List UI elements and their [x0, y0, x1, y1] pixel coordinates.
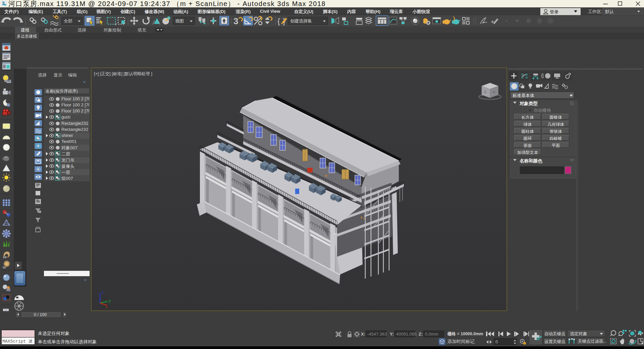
svg-text:HF: HF: [3, 256, 7, 259]
svg-text:0x: 0x: [3, 266, 6, 269]
svg-text:z: z: [101, 290, 104, 295]
svg-text:右: 右: [493, 90, 495, 94]
svg-text:x: x: [106, 305, 108, 308]
svg-text:前: 前: [484, 90, 487, 94]
svg-text:y: y: [109, 298, 111, 303]
